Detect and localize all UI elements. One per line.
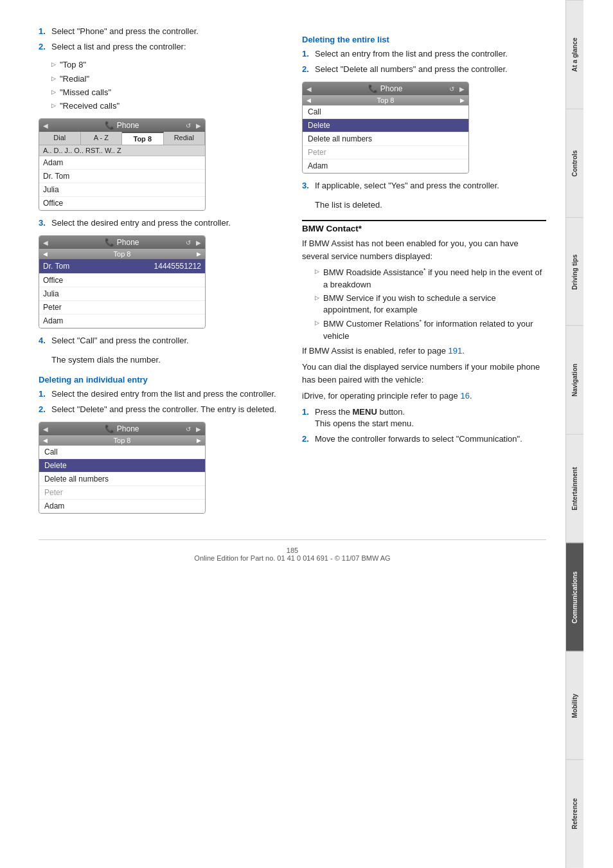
tri-icon-2: ▷ (51, 75, 56, 83)
del-individual-steps: 1. Select the desired entry from the lis… (39, 388, 283, 415)
tri-roadside: ▷ (315, 267, 319, 276)
step-2: 2. Select a list and press the controlle… (39, 41, 283, 53)
phone-subheader-3: ◀ Top 8 ▶ (39, 435, 205, 446)
del-entire-2-text: Select "Delete all numbers" and press th… (315, 64, 508, 75)
phone-ui-3: ◀ 📞 Phone ↺ ▶ ◀ Top 8 ▶ Call Delete Dele… (39, 422, 206, 514)
sub-left-arrow: ◀ (43, 251, 48, 257)
menu-peter: Peter (39, 486, 205, 500)
del-ind-step-2: 2. Select "Delete" and press the control… (39, 404, 283, 415)
menu-call[interactable]: Call (39, 446, 205, 459)
sidebar-tab-at-a-glance[interactable]: At a glance (566, 0, 583, 109)
phone-icon-4: 📞 (368, 84, 378, 93)
step-1-text: Select "Phone" and press the controller. (51, 26, 199, 37)
phone-row-adam[interactable]: Adam (39, 156, 205, 170)
sub-right-arrow: ▶ (197, 251, 201, 257)
sidebar-tab-driving-tips[interactable]: Driving tips (566, 217, 583, 326)
tri-customer: ▷ (315, 319, 319, 327)
bullet-missed: ▷"Missed calls" (51, 87, 283, 98)
bullet-service: ▷ BMW Service if you wish to schedule a … (315, 293, 546, 316)
menu-delete-all[interactable]: Delete all numbers (39, 473, 205, 486)
tri-service: ▷ (315, 294, 319, 302)
sidebar-tab-mobility[interactable]: Mobility (566, 651, 583, 760)
phone-row-office2[interactable]: Office (39, 274, 205, 287)
menu4-adam: Adam (303, 159, 468, 173)
tab-az[interactable]: A - Z (81, 132, 123, 145)
right-step-3-text: If applicable, select "Yes" and press th… (315, 180, 499, 192)
tab-dial[interactable]: Dial (39, 132, 81, 145)
final-step-1: 1. Press the MENU button. This opens the… (302, 406, 546, 429)
del-entire-step-1: 1. Select an entry from the list and pre… (302, 48, 546, 60)
step-3: 3. Select the desired entry and press th… (39, 217, 283, 229)
right-step-3-num: 3. (302, 180, 311, 192)
step-2-text: Select a list and press the controller: (51, 41, 186, 53)
bullet-service-text: BMW Service if you wish to schedule a se… (323, 293, 546, 316)
phone-row-peter[interactable]: Peter (39, 301, 205, 314)
step-3-list: 3. Select the desired entry and press th… (39, 217, 283, 229)
main-content: 1. Select "Phone" and press the controll… (0, 0, 565, 868)
phone-row-drtom[interactable]: Dr. Tom (39, 170, 205, 183)
tab-top8[interactable]: Top 8 (122, 132, 164, 145)
menu-bold: MENU (353, 407, 377, 417)
idrive-page-link[interactable]: 16 (460, 391, 469, 401)
del-ind-2-num: 2. (39, 404, 48, 415)
sidebar-tab-communications[interactable]: Communications (566, 543, 583, 651)
sub-right-arrow-4: ▶ (460, 97, 465, 104)
phone-tabs-1: Dial A - Z Top 8 Redial (39, 132, 205, 145)
refresh-icon-2: ↺ (186, 239, 191, 246)
del-entire-steps: 1. Select an entry from the list and pre… (302, 48, 546, 75)
phone-ui-2: ◀ 📞 Phone ↺ ▶ ◀ Top 8 ▶ Dr. Tom 14445551… (39, 235, 206, 329)
assist-note: If BMW Assist is enabled, refer to page … (302, 345, 546, 357)
step-3-text: Select the desired entry and press the c… (51, 217, 231, 229)
sidebar-tab-navigation[interactable]: Navigation (566, 325, 583, 434)
phone-row-adam2[interactable]: Adam (39, 314, 205, 328)
right-arrow-icon-2: ▶ (196, 239, 201, 246)
page-number: 185 (287, 547, 298, 554)
right-step-3-sub: The list is deleted. (315, 199, 546, 212)
sidebar-tab-reference[interactable]: Reference (566, 759, 583, 868)
tri-icon-1: ▷ (51, 60, 56, 69)
bmw-final-steps: 1. Press the MENU button. This opens the… (302, 406, 546, 446)
sidebar-tab-controls[interactable]: Controls (566, 109, 583, 217)
tri-icon-4: ▷ (51, 102, 56, 110)
dial-note: You can dial the displayed service numbe… (302, 361, 546, 386)
phone-ui-1: ◀ 📞 Phone ↺ ▶ Dial A - Z Top 8 Redial A.… (39, 118, 206, 211)
right-column: Deleting the entire list 1. Select an en… (302, 26, 546, 520)
right-arrow-icon-3: ▶ (196, 426, 201, 433)
step-2-num: 2. (39, 41, 48, 53)
tri-icon-3: ▷ (51, 88, 56, 96)
menu4-peter: Peter (303, 146, 468, 159)
del-entire-1-num: 1. (302, 48, 311, 60)
phone-icon-2: 📞 (105, 238, 114, 247)
del-ind-1-text: Select the desired entry from the list a… (51, 388, 276, 400)
sub-left-arrow-3: ◀ (43, 437, 48, 444)
bullet-roadside-text: BMW Roadside Assistance* if you need hel… (323, 266, 546, 291)
sub-right-arrow-3: ▶ (197, 437, 201, 444)
phone-header-3: ◀ 📞 Phone ↺ ▶ (39, 422, 205, 435)
menu4-delete[interactable]: Delete (303, 119, 468, 132)
menu4-call[interactable]: Call (303, 105, 468, 119)
bullet-roadside: ▷ BMW Roadside Assistance* if you need h… (315, 266, 546, 291)
refresh-icon-4: ↺ (449, 86, 454, 93)
phone-selected-row[interactable]: Dr. Tom 14445551212 (39, 259, 205, 274)
step-4-text: Select "Call" and press the controller. (51, 335, 189, 347)
refresh-icon: ↺ (186, 122, 191, 129)
bullet-received: ▷"Received calls" (51, 100, 283, 112)
phone-row-julia[interactable]: Julia (39, 183, 205, 197)
menu-delete[interactable]: Delete (39, 459, 205, 473)
bullet-customer: ▷ BMW Customer Relations* for informatio… (315, 318, 546, 342)
bullet-top8: ▷"Top 8" (51, 59, 283, 71)
phone-subheader-2: ◀ Top 8 ▶ (39, 249, 205, 259)
phone-row-office[interactable]: Office (39, 197, 205, 210)
del-entire-1-text: Select an entry from the list and press … (315, 48, 508, 60)
tab-redial[interactable]: Redial (164, 132, 206, 145)
assist-page-link[interactable]: 191 (449, 346, 463, 356)
bullet-redial: ▷"Redial" (51, 73, 283, 85)
left-arrow-icon-4: ◀ (306, 86, 312, 93)
sidebar-tabs: At a glanceControlsDriving tipsNavigatio… (565, 0, 583, 868)
sidebar-tab-entertainment[interactable]: Entertainment (566, 434, 583, 543)
phone-row-julia2[interactable]: Julia (39, 287, 205, 301)
left-arrow-icon: ◀ (43, 122, 48, 129)
menu4-delete-all[interactable]: Delete all numbers (303, 132, 468, 146)
left-arrow-icon-3: ◀ (43, 426, 48, 433)
step-1-num: 1. (39, 26, 48, 37)
